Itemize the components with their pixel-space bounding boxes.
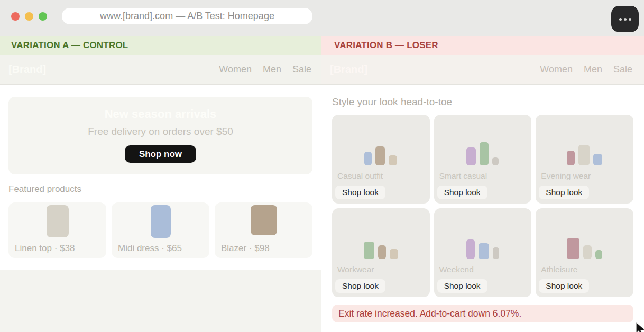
metrics-alert-text: Exit rate increased. Add-to-cart down 6.…	[338, 308, 521, 319]
cursor-pointer	[635, 321, 644, 332]
featured-products-heading: Featured products	[8, 183, 312, 195]
look-label: Weekend	[439, 264, 532, 275]
nav-link-sale-a[interactable]: Sale	[292, 64, 311, 75]
look-card-weekend[interactable]: Weekend Shop look	[434, 208, 532, 297]
address-bar[interactable]: www.[brand].com — A/B Test: Homepage	[62, 8, 312, 24]
shop-look-button[interactable]: Shop look	[437, 186, 487, 199]
site-nav-b: [Brand] Women Men Sale	[321, 55, 644, 85]
product-card[interactable]: Linen top · $38	[8, 202, 106, 258]
nav-link-men-a[interactable]: Men	[263, 64, 281, 75]
nav-link-women-b[interactable]: Women	[540, 64, 573, 75]
product-label: Blazer · $98	[221, 243, 312, 254]
brand-logo-a[interactable]: [Brand]	[8, 63, 46, 76]
looks-grid: Casual outfit Shop look Smart casual Sho…	[332, 115, 633, 297]
product-card[interactable]: Midi dress · $65	[112, 202, 209, 258]
nav-links-b: Women Men Sale	[540, 64, 632, 75]
hero-subtitle: Free delivery on orders over $50	[88, 125, 233, 137]
nav-link-men-b[interactable]: Men	[584, 64, 602, 75]
more-menu-button[interactable]	[611, 6, 639, 32]
outfit-bars-icon	[434, 208, 532, 259]
look-label: Workwear	[337, 264, 430, 275]
look-card-smart-casual[interactable]: Smart casual Shop look	[434, 115, 532, 204]
hero-banner: New season arrivals Free delivery on ord…	[8, 97, 312, 174]
shop-look-button[interactable]: Shop look	[335, 186, 385, 199]
pane-divider	[321, 85, 321, 332]
brand-logo-b[interactable]: [Brand]	[330, 63, 367, 76]
variation-b-pane: VARIATION B — LOSER [Brand] Women Men Sa…	[321, 36, 644, 332]
nav-links-a: Women Men Sale	[219, 64, 311, 75]
variation-a-banner: VARIATION A — CONTROL	[0, 36, 321, 55]
product-card[interactable]: Blazer · $98	[215, 202, 312, 258]
close-window-button[interactable]	[11, 12, 20, 21]
product-label: Linen top · $38	[15, 243, 106, 254]
outfit-bars-icon	[332, 208, 430, 259]
look-label: Casual outfit	[337, 171, 430, 181]
product-label: Midi dress · $65	[118, 243, 209, 254]
variation-b-main: Style your look head-to-toe Casual outfi…	[321, 85, 644, 332]
variation-a-pane: VARIATION A — CONTROL [Brand] Women Men …	[0, 36, 321, 332]
minimize-window-button[interactable]	[25, 12, 33, 21]
product-image-placeholder	[151, 205, 171, 238]
shop-look-button[interactable]: Shop look	[335, 279, 385, 293]
outfit-bars-icon	[332, 115, 430, 165]
variation-b-banner: VARIATION B — LOSER	[321, 36, 644, 55]
product-image-placeholder	[47, 205, 69, 237]
address-bar-text: www.[brand].com — A/B Test: Homepage	[100, 11, 274, 22]
shop-look-button[interactable]: Shop look	[539, 279, 589, 293]
footer-placeholder-a	[0, 270, 321, 332]
featured-products-grid: Linen top · $38 Midi dress · $65 Blazer …	[8, 202, 312, 258]
shop-look-button[interactable]: Shop look	[539, 186, 589, 199]
nav-link-sale-b[interactable]: Sale	[613, 64, 632, 75]
variation-a-main: New season arrivals Free delivery on ord…	[0, 85, 321, 270]
outfit-bars-icon	[536, 115, 633, 165]
ellipsis-icon	[619, 18, 631, 21]
shop-look-button[interactable]: Shop look	[437, 279, 487, 293]
look-label: Smart casual	[439, 171, 532, 181]
look-card-evening-wear[interactable]: Evening wear Shop look	[536, 115, 633, 204]
browser-window: www.[brand].com — A/B Test: Homepage VAR…	[0, 0, 644, 332]
look-label: Evening wear	[541, 171, 633, 181]
look-label: Athleisure	[541, 264, 633, 275]
nav-link-women-a[interactable]: Women	[219, 64, 252, 75]
outfit-bars-icon	[434, 115, 532, 165]
style-look-heading: Style your look head-to-toe	[332, 96, 633, 108]
site-nav-a: [Brand] Women Men Sale	[0, 55, 321, 85]
traffic-lights	[11, 12, 47, 21]
product-image-placeholder	[251, 205, 277, 235]
hero-title: New season arrivals	[105, 108, 217, 121]
outfit-bars-icon	[536, 208, 633, 259]
metrics-alert: Exit rate increased. Add-to-cart down 6.…	[332, 305, 633, 322]
zoom-window-button[interactable]	[39, 12, 47, 21]
look-card-casual-outfit[interactable]: Casual outfit Shop look	[332, 115, 430, 204]
variation-b-banner-label: VARIATION B — LOSER	[334, 40, 438, 51]
variation-a-banner-label: VARIATION A — CONTROL	[11, 40, 128, 51]
look-card-workwear[interactable]: Workwear Shop look	[332, 208, 430, 297]
look-card-athleisure[interactable]: Athleisure Shop look	[536, 208, 633, 297]
browser-chrome: www.[brand].com — A/B Test: Homepage	[0, 0, 644, 36]
shop-now-button[interactable]: Shop now	[125, 145, 196, 163]
